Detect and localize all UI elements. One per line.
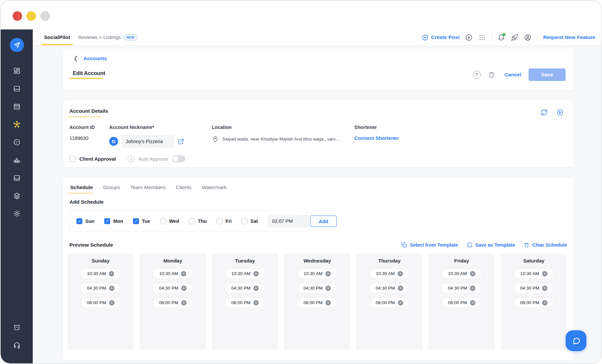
add-time-button[interactable]: Add — [310, 216, 337, 227]
back-chevron-icon[interactable]: ❮ — [73, 55, 78, 62]
connect-shortener-link[interactable]: Connect Shortener — [354, 135, 399, 141]
remove-time-icon[interactable]: ✕ — [181, 300, 187, 305]
user-profile-icon[interactable] — [524, 34, 532, 41]
dashboard-icon[interactable] — [13, 67, 21, 75]
cancel-button[interactable]: Cancel — [504, 72, 521, 78]
day-checkbox-sun[interactable]: ✓Sun — [76, 218, 94, 224]
tab-team-members[interactable]: Team Members — [130, 184, 166, 194]
refresh-connection-icon[interactable] — [540, 109, 548, 116]
minimize-window-button[interactable] — [26, 11, 36, 21]
play-tour-icon[interactable] — [465, 34, 473, 41]
remove-time-icon[interactable]: ✕ — [398, 271, 403, 276]
info-icon: i — [128, 156, 134, 162]
day-column-saturday: Saturday 10:30 AM✕ 04:30 PM✕ 06:00 PM✕ — [501, 254, 567, 350]
request-new-feature-link[interactable]: Request New Feature — [543, 34, 595, 40]
time-chip: 06:00 PM✕ — [514, 297, 554, 308]
client-approval-checkbox[interactable] — [69, 156, 75, 162]
tab-socialpilot[interactable]: SocialPilot — [40, 29, 74, 45]
remove-time-icon[interactable]: ✕ — [542, 286, 547, 291]
window-controls — [13, 11, 50, 21]
remove-time-icon[interactable]: ✕ — [470, 286, 475, 291]
top-navigation: SocialPilot Reviews + Listings NEW Creat… — [33, 29, 601, 46]
socialpilot-logo-icon[interactable] — [10, 38, 24, 52]
time-chip: 04:30 PM✕ — [297, 283, 337, 294]
remove-time-icon[interactable]: ✕ — [542, 300, 547, 305]
remove-time-icon[interactable]: ✕ — [325, 271, 331, 276]
divider — [492, 34, 492, 41]
discover-icon[interactable] — [13, 138, 21, 146]
apps-grid-icon[interactable] — [478, 34, 486, 41]
live-chat-button[interactable] — [566, 330, 586, 351]
account-details-card: Account Details Account ID 1189630 Accou… — [63, 100, 574, 168]
time-chip: 06:00 PM✕ — [152, 297, 193, 308]
remove-time-icon[interactable]: ✕ — [398, 300, 403, 305]
time-chip: 06:00 PM✕ — [225, 297, 265, 308]
whats-new-rocket-icon[interactable] — [511, 34, 518, 41]
time-chip: 04:30 PM✕ — [442, 283, 482, 294]
tab-reviews-listings[interactable]: Reviews + Listings NEW — [74, 29, 141, 45]
app-window: SocialPilot Reviews + Listings NEW Creat… — [0, 0, 602, 364]
remove-time-icon[interactable]: ✕ — [325, 286, 331, 291]
breadcrumb-accounts-link[interactable]: Accounts — [83, 56, 107, 61]
location-label: Location — [212, 125, 342, 130]
remove-time-icon[interactable]: ✕ — [253, 300, 259, 305]
delete-account-trash-icon[interactable] — [488, 71, 495, 78]
remove-time-icon[interactable]: ✕ — [253, 271, 259, 276]
tab-schedule[interactable]: Schedule — [69, 184, 94, 194]
remove-time-icon[interactable]: ✕ — [398, 286, 403, 291]
remove-time-icon[interactable]: ✕ — [542, 271, 547, 276]
remove-time-icon[interactable]: ✕ — [181, 286, 187, 291]
notifications-bell-icon[interactable] — [497, 34, 505, 41]
auto-approve-toggle[interactable] — [172, 155, 185, 162]
save-as-template-link[interactable]: Save as Template — [467, 242, 515, 248]
tab-watermark[interactable]: Watermark — [201, 184, 227, 194]
help-icon[interactable]: ? — [473, 71, 481, 79]
account-nickname-input[interactable] — [121, 135, 174, 147]
day-checkbox-fri[interactable]: Fri — [217, 218, 232, 224]
day-checkbox-wed[interactable]: Wed — [160, 218, 179, 224]
day-checkbox-tue[interactable]: ✓Tue — [133, 218, 150, 224]
zoom-window-button[interactable] — [40, 11, 50, 21]
time-input[interactable] — [268, 215, 309, 227]
tab-reviews-listings-label: Reviews + Listings — [78, 34, 121, 40]
external-link-icon[interactable] — [178, 138, 184, 145]
calendar-icon[interactable] — [13, 102, 21, 110]
tab-clients[interactable]: Clients — [175, 184, 192, 194]
archive-icon[interactable] — [13, 323, 21, 331]
close-window-button[interactable] — [13, 11, 22, 21]
time-chip: 06:00 PM✕ — [80, 297, 121, 308]
tab-groups[interactable]: Groups — [103, 184, 121, 194]
bulk-layers-icon[interactable] — [13, 192, 21, 200]
add-schedule-title: Add Schedule — [69, 199, 567, 205]
time-chip: 04:30 PM✕ — [80, 283, 121, 294]
time-chip: 10:30 AM✕ — [514, 268, 554, 279]
day-column-tuesday: Tuesday 10:30 AM✕ 04:30 PM✕ 06:00 PM✕ — [212, 254, 278, 350]
day-checkbox-thu[interactable]: Thu — [189, 218, 207, 224]
inbox-icon[interactable] — [13, 174, 21, 182]
day-column-thursday: Thursday 10:30 AM✕ 04:30 PM✕ 06:00 PM✕ — [356, 254, 422, 350]
remove-time-icon[interactable]: ✕ — [470, 271, 475, 276]
location-pin-icon — [212, 135, 219, 142]
save-button[interactable]: Save — [529, 68, 566, 81]
posts-icon[interactable] — [13, 85, 21, 93]
settings-gear-icon[interactable] — [13, 210, 21, 218]
remove-time-icon[interactable]: ✕ — [325, 300, 331, 305]
select-from-template-link[interactable]: Select from Template — [401, 242, 458, 248]
support-headset-icon[interactable] — [13, 341, 21, 349]
time-chip: 10:30 AM✕ — [297, 268, 337, 279]
chat-bubble-icon — [571, 336, 581, 346]
new-badge: NEW — [123, 34, 137, 40]
remove-time-icon[interactable]: ✕ — [109, 286, 114, 291]
remove-time-icon[interactable]: ✕ — [109, 300, 114, 305]
remove-time-icon[interactable]: ✕ — [109, 271, 114, 276]
create-post-button[interactable]: Create Post — [422, 34, 459, 41]
day-checkbox-sat[interactable]: Sat — [241, 218, 258, 224]
day-checkbox-mon[interactable]: ✓Mon — [104, 218, 123, 224]
play-help-video-icon[interactable] — [556, 109, 564, 116]
remove-time-icon[interactable]: ✕ — [253, 286, 259, 291]
accounts-icon[interactable] — [13, 120, 21, 128]
remove-time-icon[interactable]: ✕ — [181, 271, 186, 276]
remove-time-icon[interactable]: ✕ — [470, 300, 475, 305]
clear-schedule-link[interactable]: Clear Schedule — [524, 242, 567, 248]
analytics-icon[interactable] — [13, 156, 21, 164]
